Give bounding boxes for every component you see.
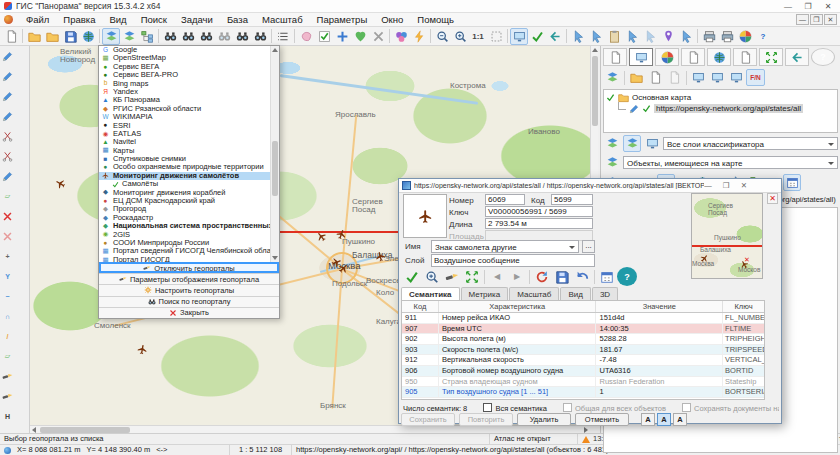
- geoportal-item[interactable]: Я Yandex: [99, 88, 270, 96]
- node-y-button[interactable]: Y: [0, 266, 15, 286]
- torch-button[interactable]: [0, 366, 15, 386]
- torch-select-button[interactable]: [0, 386, 15, 406]
- print-setup-button[interactable]: [718, 28, 736, 45]
- cancel-button[interactable]: Отменить: [575, 413, 629, 426]
- palette-button[interactable]: [392, 28, 410, 45]
- menu-file[interactable]: Файл: [19, 13, 56, 27]
- zoom-in-button[interactable]: [451, 28, 469, 45]
- apply-button[interactable]: [402, 267, 422, 286]
- find-button[interactable]: [161, 28, 179, 45]
- delete-semantics-button[interactable]: Удалить: [517, 413, 571, 426]
- help-button[interactable]: ?: [617, 267, 637, 286]
- child-minimize-button[interactable]: —: [796, 14, 809, 25]
- report-button[interactable]: [605, 28, 623, 45]
- length-value[interactable]: 2 793.54 м: [485, 218, 593, 229]
- print-button[interactable]: [700, 28, 718, 45]
- geoportal-item[interactable]: ● ЕЦ ДСМ Краснодарский край: [99, 197, 270, 205]
- geoportal-item[interactable]: W WIKIMAPIA: [99, 113, 270, 121]
- geoportal-item[interactable]: ● ESRI: [99, 122, 270, 130]
- find-by-name-button[interactable]: [179, 28, 197, 45]
- prev-object-button[interactable]: ◀: [487, 267, 507, 286]
- delete-part-button[interactable]: [0, 226, 15, 246]
- select-area-button[interactable]: [297, 28, 315, 45]
- geoportal-display-options-button[interactable]: Параметры отображения геопортала: [99, 273, 279, 284]
- menu-view[interactable]: Вид: [102, 13, 133, 27]
- fit-view-button[interactable]: [462, 267, 482, 286]
- configure-geoportals-button[interactable]: Настроить геопорталы: [99, 284, 279, 295]
- map-scale[interactable]: 1 : 5 112 108: [230, 445, 292, 455]
- geoportal-item[interactable]: ◆ Роскадастр: [99, 214, 270, 222]
- view-confirm-button[interactable]: [528, 28, 546, 45]
- all-semantics-checkbox[interactable]: [483, 403, 492, 412]
- find-inactive-button[interactable]: [215, 28, 233, 45]
- minimap-close-button[interactable]: ✕: [767, 193, 778, 204]
- tree-child-row[interactable]: https://opensky-network.org/api/states/a…: [606, 103, 835, 114]
- edit-pencil2-button[interactable]: [0, 66, 15, 86]
- select-clear-button[interactable]: [369, 28, 387, 45]
- panel-tab-palette[interactable]: [655, 48, 679, 66]
- select-frame-button[interactable]: [587, 28, 605, 45]
- geoportal-item[interactable]: b Bing maps: [99, 80, 270, 88]
- geoportal-item[interactable]: ● Особо охраняемые природные территории: [99, 163, 270, 171]
- app-maximize-button[interactable]: ❐: [798, 0, 818, 12]
- edit-layers-button[interactable]: [603, 69, 622, 86]
- new-map-button[interactable]: [2, 28, 20, 45]
- airplane-marker[interactable]: [53, 176, 68, 191]
- dialog-maximize-button[interactable]: ❐: [717, 180, 735, 190]
- tab-semantics[interactable]: Семантика: [401, 287, 460, 301]
- child-close-button[interactable]: ✕: [824, 14, 837, 25]
- select-add-button[interactable]: [333, 28, 351, 45]
- geoportal-search-button[interactable]: Поиск по геопорталу: [99, 296, 279, 307]
- key-value[interactable]: V00000056991 / 5699: [485, 206, 593, 217]
- edit-query-button[interactable]: [0, 166, 15, 186]
- color-wheel-button[interactable]: [736, 28, 754, 45]
- pointer-button[interactable]: [677, 28, 695, 45]
- child-restore-button[interactable]: ❐: [810, 14, 823, 25]
- panel-tab-nav[interactable]: [759, 48, 783, 66]
- code-value[interactable]: 5699: [551, 194, 593, 205]
- geoportal-item[interactable]: ▦ OpenStreetMap: [99, 54, 270, 62]
- hot-task-button[interactable]: [410, 28, 428, 45]
- edit-pencil-button[interactable]: [0, 46, 15, 66]
- geoportal-item[interactable]: ◉ EATLAS: [99, 130, 270, 138]
- fn-toggle-button[interactable]: F/N: [746, 69, 765, 86]
- geoportal-item[interactable]: ● Сервис ВЕГА: [99, 63, 270, 71]
- geoportal-item[interactable]: Самолёты: [99, 180, 270, 188]
- semantics-table-row[interactable]: 950 Страна владеющая судном Russian Fede…: [402, 377, 764, 388]
- layer-all-button[interactable]: [643, 135, 661, 152]
- menu-search[interactable]: Поиск: [134, 13, 174, 27]
- save-semantics-button[interactable]: Сохранить: [401, 413, 455, 426]
- geoportal-item[interactable]: ● СООИ Минприроды России: [99, 239, 270, 247]
- next-object-button[interactable]: ▶: [507, 267, 527, 286]
- geoportals-button[interactable]: [79, 28, 97, 45]
- geoportal-item[interactable]: ▲ КБ Панорама: [99, 96, 270, 104]
- airplane-marker[interactable]: [136, 343, 149, 356]
- save-button[interactable]: [61, 28, 79, 45]
- dialog-close-button[interactable]: ✕: [735, 180, 753, 190]
- add-data-button[interactable]: [43, 28, 61, 45]
- semantics-table-row[interactable]: 912 Вертикальная скорость -7.48 VERTICAL…: [402, 355, 764, 366]
- cut-object-button[interactable]: [0, 126, 15, 146]
- screen-db2-button[interactable]: [727, 69, 746, 86]
- objects-list-button[interactable]: [274, 28, 292, 45]
- screen-db-button[interactable]: [708, 69, 727, 86]
- geoportal-item[interactable]: ◆ Национальная система пространственных …: [99, 222, 270, 230]
- layer-up-button[interactable]: [603, 135, 621, 152]
- geoportal-item[interactable]: ▦ Портал ГИСОГД: [99, 256, 270, 262]
- add-object-button[interactable]: [422, 267, 442, 286]
- panel-tab-globe[interactable]: [707, 48, 731, 66]
- open-map-button[interactable]: [25, 28, 43, 45]
- view-back-button[interactable]: [546, 28, 564, 45]
- tab-3d[interactable]: 3D: [592, 287, 618, 301]
- remove-doc-button[interactable]: [665, 69, 684, 86]
- paste-card-button[interactable]: ▱: [0, 186, 15, 206]
- menu-window[interactable]: Окно: [374, 13, 410, 27]
- geoportal-item[interactable]: ■ Спутниковые снимки: [99, 155, 270, 163]
- ruler-button[interactable]: /: [0, 326, 15, 346]
- delete-object-button[interactable]: [0, 206, 15, 226]
- save-object-button[interactable]: [552, 267, 572, 286]
- objects-filter-button[interactable]: [603, 154, 621, 171]
- find-refresh-button[interactable]: [251, 28, 269, 45]
- add-doc-button[interactable]: [646, 69, 665, 86]
- panel-tab-project[interactable]: [603, 48, 627, 66]
